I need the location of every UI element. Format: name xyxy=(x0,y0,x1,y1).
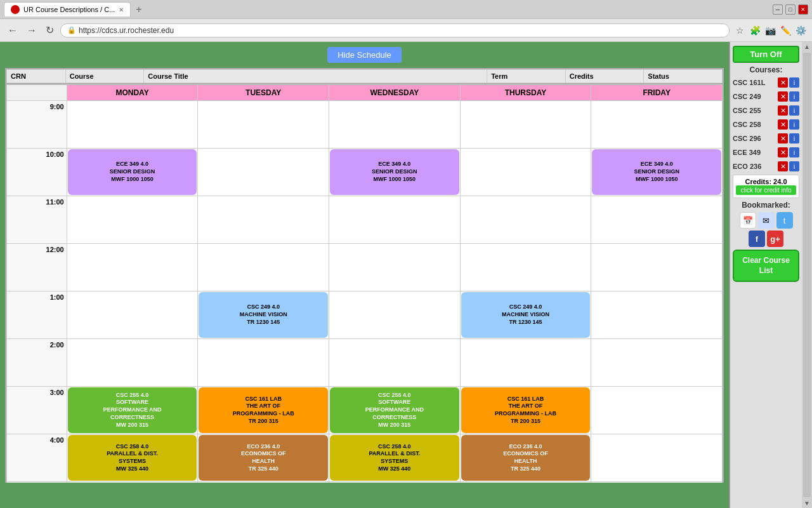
time-1100: 11:00 xyxy=(7,196,67,244)
tab-close-btn[interactable]: ✕ xyxy=(119,6,124,13)
course-name-ece349: ECE 349 xyxy=(733,149,778,156)
cell-tue-1000 xyxy=(198,149,329,196)
cell-tue-1100 xyxy=(198,196,329,244)
cell-tue-900 xyxy=(198,101,329,149)
bookmarked-label: Bookmarked: xyxy=(742,201,790,210)
remove-csc249-button[interactable]: ✕ xyxy=(778,91,788,102)
thursday-header: THURSDAY xyxy=(460,85,591,101)
eco236-tue[interactable]: ECO 236 4.0ECONOMICS OFHEALTHTR 325 440 xyxy=(199,435,328,481)
lock-icon: 🔒 xyxy=(67,26,76,34)
cell-fri-100 xyxy=(591,291,723,339)
cell-wed-100 xyxy=(329,291,461,339)
tab-favicon xyxy=(11,5,20,14)
minimize-button[interactable]: ─ xyxy=(773,4,783,15)
clear-course-list-button[interactable]: Clear Course List xyxy=(733,250,799,282)
twitter-bookmark-icon[interactable]: t xyxy=(776,212,793,229)
csc258-wed[interactable]: CSC 258 4.0PARALLEL & DIST.SYSTEMSMW 325… xyxy=(330,435,459,481)
remove-csc255-button[interactable]: ✕ xyxy=(778,105,788,116)
cell-thu-400: ECO 236 4.0ECONOMICS OFHEALTHTR 325 440 xyxy=(460,434,591,482)
table-row: 12:00 xyxy=(7,244,723,291)
time-900: 9:00 xyxy=(7,101,67,149)
csc255-mon[interactable]: CSC 255 4.0SOFTWAREPERFORMANCE ANDCORREC… xyxy=(68,387,197,433)
url-bar[interactable]: 🔒 https://cdcs.ur.rochester.edu xyxy=(60,23,730,37)
csc161lab-tue[interactable]: CSC 161 LABTHE ART OFPROGRAMMING - LABTR… xyxy=(199,387,328,433)
list-item: ECO 236 ✕ i xyxy=(733,161,799,172)
csc249-thu[interactable]: CSC 249 4.0MACHINE VISIONTR 1230 145 xyxy=(461,292,591,338)
scroll-up-button[interactable]: ▲ xyxy=(802,42,811,51)
reload-button[interactable]: ↻ xyxy=(43,23,56,37)
scrollbar[interactable]: ▲ ▼ xyxy=(802,42,812,508)
scroll-thumb[interactable] xyxy=(803,53,811,497)
calendar-bookmark-icon[interactable]: 📅 xyxy=(740,212,756,229)
remove-eco236-button[interactable]: ✕ xyxy=(778,161,788,171)
screenshot-icon[interactable]: 📷 xyxy=(764,24,776,37)
tab-title: UR Course Descriptions / C... xyxy=(23,6,115,13)
time-1000: 10:00 xyxy=(7,149,67,196)
info-csc161l-button[interactable]: i xyxy=(789,77,799,88)
cell-thu-1000 xyxy=(460,149,591,196)
extensions-icon[interactable]: 🧩 xyxy=(749,24,761,37)
info-csc296-button[interactable]: i xyxy=(789,133,799,144)
ece349-fri[interactable]: ECE 349 4.0SENIOR DESIGNMWF 1000 1050 xyxy=(592,149,721,195)
table-row: 4:00 CSC 258 4.0PARALLEL & DIST.SYSTEMSM… xyxy=(7,434,723,482)
cell-tue-300: CSC 161 LABTHE ART OFPROGRAMMING - LABTR… xyxy=(198,387,329,434)
remove-csc161l-button[interactable]: ✕ xyxy=(778,77,788,88)
list-item: CSC 258 ✕ i xyxy=(733,119,799,130)
forward-button[interactable]: → xyxy=(24,23,39,37)
turn-off-button[interactable]: Turn Off xyxy=(733,46,799,63)
cell-thu-1100 xyxy=(460,196,591,244)
list-item: CSC 249 ✕ i xyxy=(733,91,799,102)
bookmark-star-icon[interactable]: ☆ xyxy=(733,24,746,37)
info-csc258-button[interactable]: i xyxy=(789,119,799,130)
new-tab-button[interactable]: + xyxy=(131,4,147,15)
table-row: 11:00 xyxy=(7,196,723,244)
back-button[interactable]: ← xyxy=(5,23,20,37)
google-bookmark-icon[interactable]: g+ xyxy=(767,231,783,247)
csc161lab-thu[interactable]: CSC 161 LABTHE ART OFPROGRAMMING - LABTR… xyxy=(461,387,591,433)
facebook-bookmark-icon[interactable]: f xyxy=(749,231,765,247)
time-500: 5:00 xyxy=(7,482,67,483)
hide-schedule-button[interactable]: Hide Schedule xyxy=(327,47,402,63)
ece349-mon[interactable]: ECE 349 4.0SENIOR DESIGNMWF 1000 1050 xyxy=(68,149,197,195)
close-button[interactable]: ✕ xyxy=(798,4,808,15)
info-ece349-button[interactable]: i xyxy=(789,147,799,157)
credit-info-link[interactable]: click for credit info xyxy=(736,185,796,195)
cell-mon-500 xyxy=(67,482,198,483)
maximize-button[interactable]: □ xyxy=(785,4,796,15)
cell-tue-400: ECO 236 4.0ECONOMICS OFHEALTHTR 325 440 xyxy=(198,434,329,482)
cell-fri-1100 xyxy=(591,196,723,244)
credits-section: Credits: 24.0 click for credit info xyxy=(733,175,799,198)
course-name-eco236: ECO 236 xyxy=(733,163,778,170)
csc258-mon[interactable]: CSC 258 4.0PARALLEL & DIST.SYSTEMSMW 325… xyxy=(68,435,197,481)
browser-tab[interactable]: UR Course Descriptions / C... ✕ xyxy=(4,2,131,17)
info-csc249-button[interactable]: i xyxy=(789,91,799,102)
csc249-tue[interactable]: CSC 249 4.0MACHINE VISIONTR 1230 145 xyxy=(199,292,328,338)
info-csc255-button[interactable]: i xyxy=(789,105,799,116)
cell-tue-1200 xyxy=(198,244,329,291)
schedule-table: MONDAY TUESDAY WEDNESDAY THURSDAY FRIDAY… xyxy=(6,84,723,483)
ece349-wed[interactable]: ECE 349 4.0SENIOR DESIGNMWF 1000 1050 xyxy=(330,149,459,195)
remove-csc296-button[interactable]: ✕ xyxy=(778,133,788,144)
email-bookmark-icon[interactable]: ✉ xyxy=(758,212,775,229)
cell-wed-1000: ECE 349 4.0SENIOR DESIGNMWF 1000 1050 xyxy=(329,149,461,196)
cell-thu-900 xyxy=(460,101,591,149)
url-text: https://cdcs.ur.rochester.edu xyxy=(79,26,174,35)
cell-mon-1100 xyxy=(67,196,198,244)
eco236-thu[interactable]: ECO 236 4.0ECONOMICS OFHEALTHTR 325 440 xyxy=(461,435,591,481)
remove-ece349-button[interactable]: ✕ xyxy=(778,147,788,157)
remove-csc258-button[interactable]: ✕ xyxy=(778,119,788,130)
scroll-down-button[interactable]: ▼ xyxy=(802,498,811,508)
info-eco236-button[interactable]: i xyxy=(789,161,799,171)
col-credits: Credits xyxy=(565,70,644,83)
cell-thu-500: CSC 296 4.0DATABASE SYSTEMSTR 450 605 xyxy=(460,482,591,483)
cell-fri-500 xyxy=(591,482,723,483)
settings-icon[interactable]: ⚙️ xyxy=(794,24,807,37)
table-row: 2:00 xyxy=(7,339,723,387)
csc255-wed[interactable]: CSC 255 4.0SOFTWAREPERFORMANCE ANDCORREC… xyxy=(330,387,459,433)
credits-label: Credits: 24.0 xyxy=(736,178,796,185)
table-row: 3:00 CSC 255 4.0SOFTWAREPERFORMANCE ANDC… xyxy=(7,387,723,434)
edit-icon[interactable]: ✏️ xyxy=(779,24,792,37)
cell-fri-200 xyxy=(591,339,723,387)
col-status: Status xyxy=(644,70,723,83)
cell-thu-1200 xyxy=(460,244,591,291)
